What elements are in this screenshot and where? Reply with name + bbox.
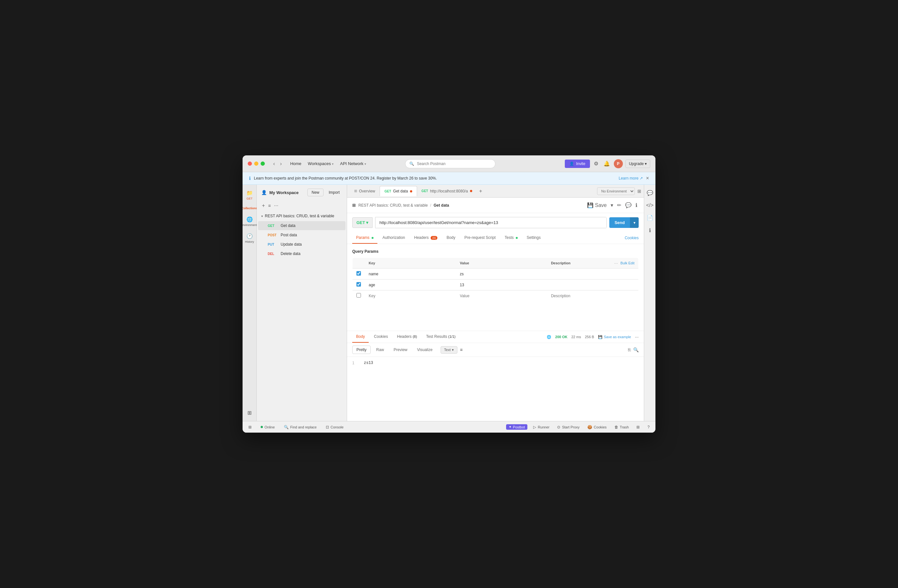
- row3-key-input[interactable]: [369, 294, 452, 298]
- home-nav[interactable]: Home: [288, 160, 304, 167]
- rs-code-button[interactable]: </>: [645, 200, 655, 211]
- tab-overview[interactable]: ⊞ Overview: [350, 186, 380, 196]
- params-more-button[interactable]: ···: [614, 261, 618, 266]
- sidebar-item-collections[interactable]: 📁 GET: [243, 187, 256, 203]
- row3-checkbox[interactable]: [357, 293, 361, 298]
- minimize-button[interactable]: [254, 161, 258, 166]
- tab-headers[interactable]: Headers (6): [410, 232, 441, 244]
- send-dropdown-button[interactable]: ▾: [630, 217, 639, 228]
- forward-button[interactable]: ›: [278, 160, 283, 167]
- res-tab-body[interactable]: Body: [352, 331, 369, 343]
- invite-button[interactable]: 👤 Invite: [565, 160, 590, 168]
- sidebar-item-history[interactable]: 🕐 History: [243, 230, 256, 246]
- environment-select[interactable]: No Environment: [597, 187, 635, 195]
- res-tab-cookies[interactable]: Cookies: [370, 331, 392, 343]
- row1-checkbox[interactable]: [357, 271, 361, 276]
- learn-more-link[interactable]: Learn more ↗: [619, 176, 643, 181]
- back-button[interactable]: ‹: [271, 160, 277, 167]
- row2-key-input[interactable]: [369, 283, 452, 287]
- save-button[interactable]: 💾 Save: [586, 201, 608, 210]
- format-preview[interactable]: Preview: [389, 345, 412, 354]
- request-name-post-data: Post data: [281, 233, 297, 237]
- row3-value-input[interactable]: [460, 294, 543, 298]
- row1-desc-input[interactable]: [551, 272, 635, 276]
- tab-params[interactable]: Params: [352, 232, 377, 244]
- tab-tests[interactable]: Tests: [501, 232, 521, 244]
- search-bar: 🔍: [405, 159, 495, 168]
- runner-button[interactable]: ▷ Runner: [531, 424, 551, 431]
- add-collection-button[interactable]: +: [261, 202, 266, 209]
- sort-icon[interactable]: ≡: [460, 347, 463, 352]
- help-button[interactable]: ?: [646, 424, 652, 431]
- request-item-delete-data[interactable]: DEL Delete data: [258, 249, 346, 258]
- new-tab-button[interactable]: +: [477, 187, 485, 195]
- tab-authorization[interactable]: Authorization: [379, 232, 409, 244]
- workspaces-nav[interactable]: Workspaces ▾: [305, 160, 336, 167]
- tab-pre-request[interactable]: Pre-request Script: [461, 232, 500, 244]
- import-button[interactable]: Import: [326, 189, 342, 196]
- comment-button[interactable]: 💬: [624, 201, 633, 210]
- banner-close-button[interactable]: ×: [646, 175, 649, 181]
- format-visualize[interactable]: Visualize: [413, 345, 437, 354]
- table-row: [352, 269, 639, 279]
- trash-button[interactable]: 🗑 Trash: [612, 424, 631, 431]
- format-pretty[interactable]: Pretty: [352, 345, 371, 354]
- new-button[interactable]: New: [308, 189, 323, 197]
- save-example-button[interactable]: 💾 Save as example: [598, 335, 631, 339]
- method-select[interactable]: GET ▾: [352, 217, 372, 228]
- layout-button[interactable]: ⊞: [246, 424, 254, 431]
- start-proxy-button[interactable]: ⊙ Start Proxy: [555, 424, 581, 431]
- row2-desc-input[interactable]: [551, 283, 635, 287]
- info-button[interactable]: ℹ: [634, 201, 639, 210]
- row3-desc-input[interactable]: [551, 294, 635, 298]
- tab-settings[interactable]: Settings: [523, 232, 544, 244]
- row1-key-input[interactable]: [369, 272, 452, 276]
- settings-button[interactable]: ⚙: [592, 159, 600, 168]
- text-type-select[interactable]: Text ▾: [441, 346, 457, 354]
- more-options-button[interactable]: ···: [274, 202, 279, 209]
- collection-header[interactable]: ▾ REST API basics: CRUD, test & variable: [257, 211, 347, 221]
- bulk-edit-button[interactable]: Bulk Edit: [621, 261, 635, 265]
- cookies-bottom-button[interactable]: 🍪 Cookies: [586, 424, 609, 431]
- sort-button[interactable]: ≡: [268, 203, 271, 209]
- res-tab-test-results[interactable]: Test Results (1/1): [422, 331, 459, 343]
- console-button[interactable]: ⊡ Console: [324, 424, 346, 431]
- row1-value-input[interactable]: [460, 272, 543, 276]
- sidebar-item-environments[interactable]: 🌐 Environments: [243, 214, 256, 229]
- edit-button[interactable]: ✏: [616, 201, 623, 210]
- response-more-button[interactable]: ···: [635, 334, 639, 339]
- request-item-post-data[interactable]: POST Post data: [258, 230, 346, 239]
- cookies-link[interactable]: Cookies: [625, 236, 639, 240]
- api-network-nav[interactable]: API Network ▾: [337, 160, 369, 167]
- notifications-button[interactable]: 🔔: [602, 159, 611, 168]
- upgrade-button[interactable]: Upgrade ▾: [626, 160, 650, 168]
- sidebar-item-explore[interactable]: ⊞: [243, 407, 256, 418]
- online-dot: [261, 426, 263, 428]
- res-tab-headers[interactable]: Headers (8): [393, 331, 421, 343]
- env-settings-icon[interactable]: ⊞: [637, 189, 641, 194]
- rs-comment-button[interactable]: 💬: [645, 187, 655, 199]
- postbot-button[interactable]: ✦ Postbot: [506, 424, 527, 430]
- maximize-button[interactable]: [261, 161, 265, 166]
- row2-value-input[interactable]: [460, 283, 543, 287]
- request-item-put-data[interactable]: PUT Update data: [258, 240, 346, 249]
- tab-get-data[interactable]: GET Get data: [380, 186, 417, 197]
- row2-checkbox[interactable]: [357, 282, 361, 287]
- find-replace-button[interactable]: 🔍 Find and replace: [282, 424, 319, 431]
- request-item-get-data[interactable]: GET Get data: [258, 221, 346, 230]
- send-button[interactable]: Send: [609, 217, 630, 228]
- save-dropdown-button[interactable]: ▾: [609, 201, 615, 210]
- sidebar-item-collections-label[interactable]: Collections: [243, 204, 256, 212]
- tab-method-get: GET: [384, 190, 391, 193]
- tab-other-request[interactable]: GET http://localhost:8080/a: [417, 186, 477, 196]
- url-input[interactable]: [375, 217, 606, 228]
- rs-docs-button[interactable]: 📄: [645, 212, 655, 223]
- copy-response-button[interactable]: ⎘: [628, 347, 630, 352]
- close-button[interactable]: [248, 161, 252, 166]
- search-response-button[interactable]: 🔍: [633, 347, 639, 352]
- grid-button[interactable]: ⊞: [635, 424, 641, 431]
- search-input[interactable]: [417, 161, 491, 166]
- tab-body[interactable]: Body: [443, 232, 459, 244]
- rs-info-button[interactable]: ℹ: [645, 225, 655, 236]
- format-raw[interactable]: Raw: [372, 345, 388, 354]
